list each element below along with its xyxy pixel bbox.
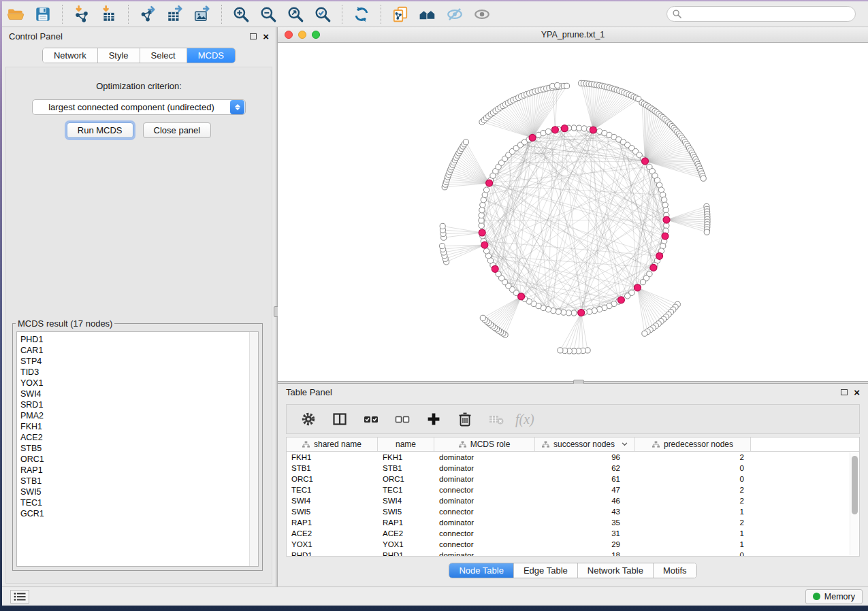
save-session-button[interactable] (29, 3, 57, 25)
hide-selected-button[interactable] (441, 3, 468, 25)
table-cell[interactable]: YOX1 (287, 540, 378, 548)
table-cell[interactable]: connector (434, 540, 535, 548)
table-cell[interactable]: RAP1 (378, 518, 434, 527)
table-cell[interactable]: TEC1 (378, 486, 434, 494)
table-cell[interactable]: 47 (535, 486, 635, 494)
result-node[interactable]: PMA2 (20, 410, 249, 421)
table-cell[interactable]: 46 (535, 497, 635, 505)
table-cell[interactable]: dominator (434, 551, 535, 557)
table-row[interactable]: YOX1YOX1connector291 (287, 539, 859, 550)
zoom-out-button[interactable] (255, 3, 282, 25)
create-column-button[interactable] (421, 408, 446, 431)
table-cell[interactable]: dominator (434, 453, 535, 461)
table-row[interactable]: FKH1FKH1dominator962 (287, 452, 859, 463)
table-cell[interactable]: ACE2 (287, 529, 378, 538)
table-cell[interactable]: 0 (635, 464, 751, 472)
search-input[interactable] (666, 6, 856, 22)
close-panel-button[interactable]: Close panel (143, 122, 212, 138)
table-cell[interactable]: FKH1 (287, 453, 378, 461)
table-cell[interactable]: 1 (635, 508, 751, 516)
table-cell[interactable]: connector (434, 508, 535, 516)
result-scrollbar[interactable] (249, 332, 258, 566)
tab-mcds[interactable]: MCDS (187, 48, 235, 63)
result-node[interactable]: TID3 (20, 367, 249, 378)
column-header-name[interactable]: name (378, 437, 434, 451)
memory-button[interactable]: Memory (805, 589, 863, 604)
close-panel-icon[interactable]: × (263, 31, 269, 42)
table-cell[interactable]: YOX1 (378, 540, 434, 548)
export-table-button[interactable] (161, 3, 189, 25)
table-cell[interactable]: connector (434, 529, 535, 538)
apply-layout-button[interactable] (348, 3, 375, 25)
network-canvas[interactable] (278, 43, 868, 381)
zoom-in-button[interactable] (227, 3, 255, 25)
result-node[interactable]: PHD1 (20, 334, 249, 345)
network-window-titlebar[interactable]: YPA_prune.txt_1 (278, 27, 868, 43)
table-options-button[interactable] (296, 408, 321, 431)
result-node[interactable]: STB1 (20, 476, 249, 486)
table-cell[interactable]: RAP1 (287, 518, 378, 527)
criterion-select[interactable]: largest connected component (undirected) (32, 99, 246, 115)
table-cell[interactable]: 96 (535, 453, 635, 461)
table-cell[interactable]: 2 (635, 453, 751, 461)
select-all-columns-button[interactable] (359, 408, 383, 431)
table-cell[interactable]: 2 (635, 486, 751, 494)
delete-column-button[interactable] (453, 408, 477, 431)
table-scrollbar-thumb[interactable] (852, 456, 858, 514)
result-node[interactable]: CAR1 (20, 345, 249, 356)
table-cell[interactable]: 0 (635, 475, 751, 483)
table-cell[interactable]: SWI5 (287, 508, 378, 516)
result-node[interactable]: SWI4 (20, 389, 249, 399)
table-cell[interactable]: 62 (535, 464, 635, 472)
table-cell[interactable]: PHD1 (378, 551, 434, 557)
table-cell[interactable]: dominator (434, 464, 535, 472)
table-cell[interactable]: dominator (434, 497, 535, 505)
table-row[interactable]: STB1STB1dominator620 (287, 463, 859, 474)
float-panel-icon[interactable] (841, 389, 848, 395)
table-row[interactable]: PHD1PHD1dominator180 (287, 550, 859, 557)
zoom-selected-button[interactable] (309, 3, 336, 25)
import-network-button[interactable] (68, 3, 95, 25)
import-table-button[interactable] (95, 3, 123, 25)
result-node[interactable]: STB5 (20, 443, 249, 454)
table-cell[interactable]: 18 (535, 551, 635, 557)
export-network-button[interactable] (134, 3, 161, 25)
table-cell[interactable]: STB1 (378, 464, 434, 472)
column-header-shared-name[interactable]: shared name (287, 437, 378, 451)
table-cell[interactable]: STB1 (287, 464, 378, 472)
table-cell[interactable]: 1 (635, 540, 751, 548)
tab-style[interactable]: Style (98, 48, 140, 63)
table-cell[interactable]: dominator (434, 475, 535, 483)
show-all-button[interactable] (468, 3, 496, 25)
table-cell[interactable]: ORC1 (287, 475, 378, 483)
close-panel-icon[interactable]: × (854, 387, 860, 397)
show-column-button[interactable] (327, 408, 352, 431)
table-row[interactable]: ORC1ORC1dominator610 (287, 474, 859, 484)
table-row[interactable]: TEC1TEC1connector472 (287, 484, 859, 495)
zoom-fit-button[interactable] (282, 3, 309, 25)
table-cell[interactable]: ORC1 (378, 475, 434, 483)
table-cell[interactable]: SWI4 (287, 497, 378, 505)
tab-network-table[interactable]: Network Table (578, 563, 654, 578)
first-neighbors-button[interactable] (414, 3, 441, 25)
table-cell[interactable]: 0 (635, 551, 751, 557)
table-row[interactable]: RAP1RAP1dominator352 (287, 517, 859, 528)
tab-network[interactable]: Network (43, 48, 98, 63)
result-node[interactable]: RAP1 (20, 465, 249, 476)
table-cell[interactable]: TEC1 (287, 486, 378, 494)
table-cell[interactable]: 31 (535, 529, 635, 538)
table-cell[interactable]: connector (434, 486, 535, 494)
table-cell[interactable]: FKH1 (378, 453, 434, 461)
tab-select[interactable]: Select (140, 48, 187, 63)
table-cell[interactable]: 35 (535, 518, 635, 527)
table-cell[interactable]: SWI5 (378, 508, 434, 516)
result-node[interactable]: SRD1 (20, 399, 249, 410)
column-header-mcds-role[interactable]: MCDS role (434, 437, 535, 451)
table-cell[interactable]: 29 (535, 540, 635, 548)
unselect-all-columns-button[interactable] (390, 408, 415, 431)
tab-edge-table[interactable]: Edge Table (514, 563, 578, 578)
result-node[interactable]: STP4 (20, 356, 249, 367)
table-row[interactable]: SWI5SWI5connector431 (287, 506, 859, 517)
network-graph[interactable] (278, 43, 868, 381)
result-node[interactable]: YOX1 (20, 378, 249, 389)
